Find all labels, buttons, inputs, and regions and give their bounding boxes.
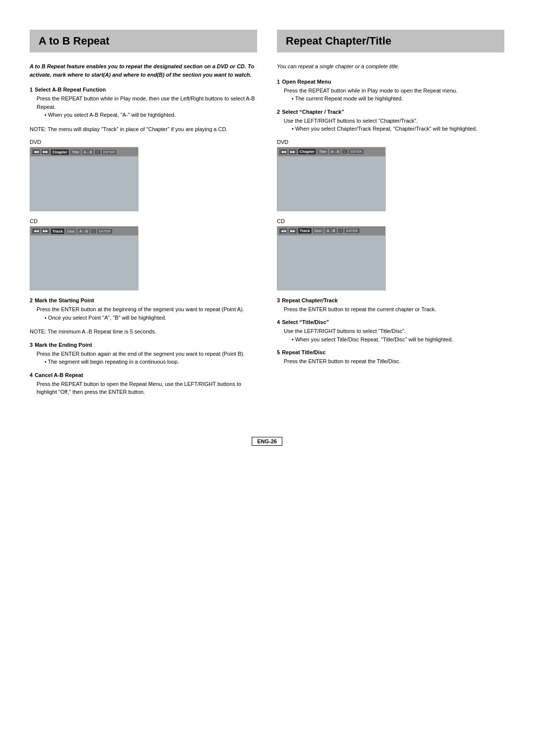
right-step-3: 3 Repeat Chapter/Track Press the ENTER b… (277, 297, 504, 314)
step-num: 5 (277, 349, 280, 355)
dvd-toolbar-right: ◀◀ ▶▶ Chapter Title A - B □ ENTER (277, 147, 385, 156)
left-step-1: 1 Select A-B Repeat Function Press the R… (30, 87, 257, 119)
right-section-header: Repeat Chapter/Title (277, 30, 504, 52)
step-body-text: Press the ENTER button again at the end … (37, 351, 245, 357)
dvd-toolbar-left: ◀◀ ▶▶ Chapter Title A - B □ ENTER (30, 147, 138, 156)
left-intro: A to B Repeat feature enables you to rep… (30, 62, 257, 79)
right-intro: You can repeat a single chapter or a com… (277, 62, 504, 71)
step-body-text: Press the REPEAT button while in Play mo… (284, 88, 457, 94)
left-step-3: 3 Mark the Ending Point Press the ENTER … (30, 342, 257, 366)
step-bullet: • When you select A-B Repeat, "A-" will … (41, 112, 176, 118)
step-body-text: Use the LEFT/RIGHT buttons to select “Ti… (284, 328, 405, 334)
step-num: 2 (277, 109, 280, 115)
step-body-text: Press the ENTER button to repeat the cur… (284, 306, 436, 312)
cd-label-right: CD (277, 218, 504, 224)
step-num: 1 (277, 79, 280, 85)
left-column: A to B Repeat A to B Repeat feature enab… (30, 30, 257, 402)
step-num: 1 (30, 87, 33, 93)
step-num: 4 (30, 372, 33, 378)
step-title-text: Open Repeat Menu (282, 79, 331, 85)
step-title-text: Mark the Ending Point (35, 342, 92, 348)
step-num: 3 (30, 342, 33, 348)
cd-screen-left: ◀◀ ▶▶ Track Disc A - B □ ENTER (30, 226, 138, 290)
left-title: A to B Repeat (39, 35, 248, 47)
cd-toolbar-right: ◀◀ ▶▶ Track Disc A - B □ ENTER (277, 227, 385, 236)
step-title-text: Repeat Title/Disc (282, 349, 325, 355)
right-step-4: 4 Select “Title/Disc” Use the LEFT/RIGHT… (277, 319, 504, 343)
dvd-label-right: DVD (277, 139, 504, 145)
left-step-2: 2 Mark the Starting Point Press the ENTE… (30, 297, 257, 322)
step-bullet: • When you select Chapter/Track Repeat, … (288, 126, 477, 132)
step-num: 2 (30, 297, 33, 303)
cd-toolbar-left: ◀◀ ▶▶ Track Disc A - B □ ENTER (30, 227, 138, 236)
step-title-text: Select A-B Repeat Function (35, 87, 106, 93)
page-content: A to B Repeat A to B Repeat feature enab… (30, 30, 504, 402)
page-number: ENG-26 (252, 437, 282, 446)
right-step-2: 2 Select “Chapter / Track” Use the LEFT/… (277, 109, 504, 133)
step-body-text: Use the LEFT/RIGHT buttons to select “Ch… (284, 118, 418, 124)
right-step-1: 1 Open Repeat Menu Press the REPEAT butt… (277, 79, 504, 103)
step-body-text: Press the ENTER button to repeat the Tit… (284, 358, 400, 364)
left-section-header: A to B Repeat (30, 30, 257, 52)
step-title-text: Repeat Chapter/Track (282, 297, 338, 303)
step-num: 3 (277, 297, 280, 303)
left-note-1: NOTE: The menu will display "Track" in p… (30, 125, 257, 134)
right-column: Repeat Chapter/Title You can repeat a si… (277, 30, 504, 402)
step-title-text: Cancel A-B Repeat (35, 372, 83, 378)
step-bullet: • The current Repeat mode will be highli… (288, 95, 403, 101)
dvd-screen-left: ◀◀ ▶▶ Chapter Title A - B □ ENTER (30, 147, 138, 211)
step-bullet: • When you select Title/Disc Repeat, "Ti… (288, 336, 453, 342)
step-title-text: Select “Chapter / Track” (282, 109, 344, 115)
dvd-label-left: DVD (30, 139, 257, 145)
step-title-text: Select “Title/Disc” (282, 319, 329, 325)
step-body-text: Press the REPEAT button to open the Repe… (37, 381, 241, 395)
dvd-screen-right: ◀◀ ▶▶ Chapter Title A - B □ ENTER (277, 147, 386, 211)
step-body-text: Press the REPEAT button while in Play mo… (37, 95, 255, 110)
step-bullet: • The segment will begin repeating in a … (41, 359, 179, 365)
left-step-4: 4 Cancel A-B Repeat Press the REPEAT but… (30, 372, 257, 396)
step-bullet: • Once you select Point "A", "B" will be… (41, 315, 166, 321)
page-number-wrapper: ENG-26 (30, 422, 504, 446)
right-title: Repeat Chapter/Title (286, 35, 495, 47)
left-note-2: NOTE: The minimum A -B Repeat time is 5 … (30, 328, 257, 336)
step-num: 4 (277, 319, 280, 325)
right-step-5: 5 Repeat Title/Disc Press the ENTER butt… (277, 349, 504, 366)
cd-label-left: CD (30, 218, 257, 224)
cd-screen-right: ◀◀ ▶▶ Track Disc A - B □ ENTER (277, 226, 386, 290)
step-body-text: Press the ENTER button at the beginning … (37, 306, 244, 312)
step-title-text: Mark the Starting Point (35, 297, 94, 303)
